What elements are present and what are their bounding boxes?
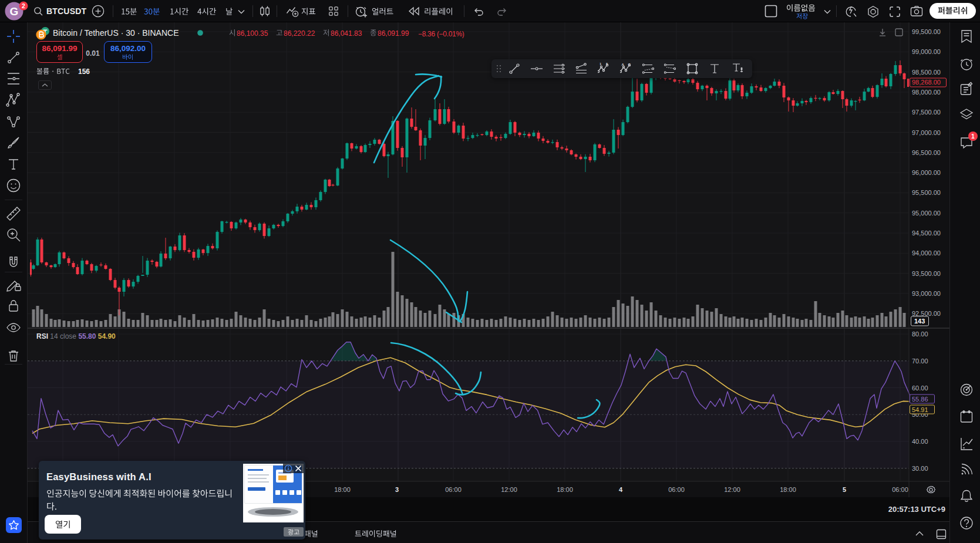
svg-text:4: 4 [619, 486, 623, 493]
svg-text:C: C [628, 63, 631, 66]
svg-text:06:00: 06:00 [668, 486, 685, 493]
svg-text:96,500.00: 96,500.00 [912, 149, 941, 156]
svg-text:97,500.00: 97,500.00 [912, 109, 941, 116]
svg-text:1: 1 [600, 63, 602, 66]
svg-text:18:00: 18:00 [557, 486, 573, 493]
svg-text:99,000.00: 99,000.00 [912, 48, 941, 55]
svg-text:94,000.00: 94,000.00 [912, 249, 941, 257]
svg-text:98,268.00: 98,268.00 [912, 79, 941, 86]
svg-text:94,500.00: 94,500.00 [912, 230, 941, 237]
svg-text:97,000.00: 97,000.00 [912, 129, 941, 136]
svg-text:93,000.00: 93,000.00 [912, 290, 941, 297]
svg-text:3: 3 [395, 486, 399, 493]
svg-text:18:00: 18:00 [334, 486, 351, 493]
svg-text:18:00: 18:00 [780, 486, 796, 493]
svg-text:G: G [10, 5, 19, 18]
svg-text:95,500.00: 95,500.00 [912, 189, 941, 196]
svg-text:40.00: 40.00 [912, 438, 928, 445]
svg-text:06:00: 06:00 [445, 486, 462, 493]
svg-text:54.91: 54.91 [912, 406, 928, 413]
svg-text:80.00: 80.00 [912, 330, 928, 338]
svg-text:99,500.00: 99,500.00 [912, 28, 941, 35]
svg-text:96,000.00: 96,000.00 [912, 169, 941, 176]
svg-text:12:00: 12:00 [501, 486, 517, 493]
svg-text:60.00: 60.00 [912, 385, 928, 392]
svg-text:06:00: 06:00 [892, 486, 908, 493]
svg-text:93,500.00: 93,500.00 [912, 270, 941, 277]
svg-text:30.00: 30.00 [912, 465, 928, 472]
svg-text:143: 143 [914, 318, 925, 325]
svg-text:55.86: 55.86 [912, 396, 928, 403]
svg-text:12:00: 12:00 [724, 486, 740, 493]
svg-text:A: A [622, 63, 625, 66]
svg-text:98,000.00: 98,000.00 [912, 89, 941, 96]
svg-text:2: 2 [22, 2, 25, 9]
svg-text:98,500.00: 98,500.00 [912, 69, 941, 76]
svg-text:95,000.00: 95,000.00 [912, 210, 941, 217]
svg-text:5: 5 [843, 486, 846, 493]
svg-text:70.00: 70.00 [912, 357, 928, 365]
svg-text:92,500.00: 92,500.00 [912, 310, 941, 317]
